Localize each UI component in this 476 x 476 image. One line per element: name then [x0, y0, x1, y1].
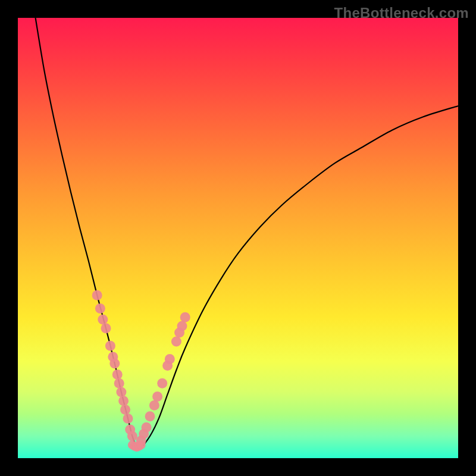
watermark-text: TheBottleneck.com — [334, 5, 469, 21]
data-marker — [101, 323, 111, 333]
data-marker — [123, 414, 133, 424]
data-marker — [127, 431, 137, 441]
data-marker — [137, 440, 146, 449]
data-marker — [149, 400, 159, 411]
data-marker — [92, 290, 102, 300]
data-marker — [105, 341, 115, 351]
data-marker — [145, 411, 155, 421]
chart-svg — [18, 18, 458, 458]
data-marker — [180, 312, 190, 322]
data-marker — [98, 314, 108, 324]
data-marker — [118, 396, 129, 406]
data-marker — [152, 392, 162, 402]
plot-area — [18, 18, 458, 458]
data-marker — [171, 336, 181, 346]
data-marker — [116, 387, 126, 397]
data-marker — [109, 358, 120, 368]
data-marker — [165, 354, 175, 364]
data-marker — [177, 321, 187, 331]
data-marker — [142, 422, 152, 433]
data-marker — [114, 378, 124, 389]
data-marker — [120, 405, 130, 415]
bottleneck-curve — [36, 18, 458, 449]
data-marker — [112, 369, 123, 380]
data-marker — [95, 303, 105, 314]
data-marker — [157, 378, 167, 389]
chart-canvas: TheBottleneck.com — [0, 0, 476, 476]
